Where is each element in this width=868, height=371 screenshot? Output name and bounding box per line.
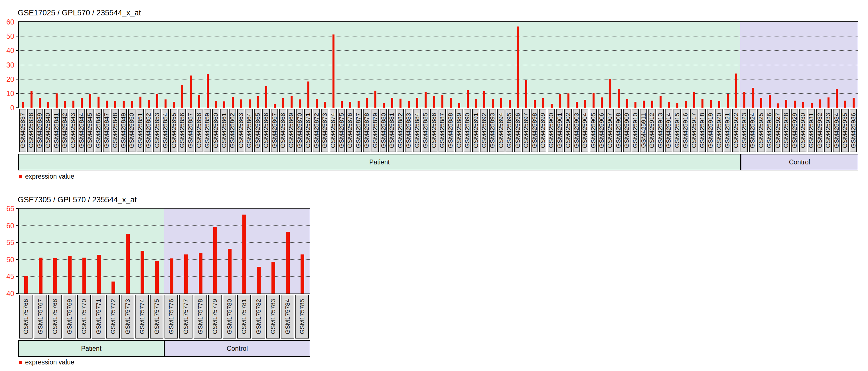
sample-label-text: GSM425861 bbox=[220, 113, 228, 148]
sample-label: GSM425904 bbox=[581, 109, 588, 152]
expression-bar bbox=[844, 101, 846, 108]
expression-bar bbox=[240, 99, 242, 108]
expression-bar bbox=[72, 101, 74, 108]
expression-bar bbox=[391, 98, 393, 108]
sample-label: GSM425921 bbox=[724, 109, 731, 152]
expression-bar bbox=[112, 281, 115, 294]
sample-label-text: GSM425878 bbox=[363, 113, 370, 148]
sample-label-text: GSM175783 bbox=[270, 299, 277, 334]
sample-label-text: GSM175779 bbox=[211, 299, 219, 334]
sample-label: GSM425890 bbox=[464, 109, 471, 152]
sample-label: GSM425849 bbox=[120, 109, 127, 152]
sample-label: GSM425924 bbox=[749, 109, 756, 152]
expression-bar bbox=[651, 101, 653, 108]
y-axis-tick-mark bbox=[16, 93, 18, 94]
sample-label-text: GSM175781 bbox=[240, 299, 248, 334]
sample-label-text: GSM425909 bbox=[623, 113, 630, 148]
sample-label: GSM425867 bbox=[271, 109, 278, 152]
expression-bar bbox=[567, 94, 569, 108]
y-axis-tick-label: 50 bbox=[0, 256, 14, 264]
group-band-label: Control bbox=[789, 159, 810, 166]
sample-label-text: GSM425924 bbox=[749, 113, 756, 148]
expression-bar bbox=[299, 99, 301, 108]
expression-bar bbox=[358, 101, 360, 108]
sample-label-text: GSM425870 bbox=[296, 113, 303, 148]
sample-label-text: GSM425927 bbox=[774, 113, 782, 148]
sample-label: GSM175781 bbox=[237, 295, 251, 339]
expression-bar bbox=[408, 101, 410, 108]
expression-bar bbox=[416, 98, 418, 108]
sample-label: GSM425932 bbox=[816, 109, 823, 152]
sample-label-text: GSM425858 bbox=[195, 113, 203, 148]
sample-label: GSM175778 bbox=[194, 295, 207, 339]
expression-bar bbox=[828, 97, 830, 108]
sample-label: GSM425879 bbox=[372, 109, 379, 152]
geo-expression-profiles: GSE17025 / GPL570 / 235544_x_at expressi… bbox=[0, 0, 868, 371]
y-axis-tick-mark bbox=[16, 22, 18, 22]
sample-label: GSM175782 bbox=[252, 295, 265, 339]
sample-label-text: GSM425933 bbox=[825, 113, 832, 148]
sample-label-text: GSM175769 bbox=[66, 299, 73, 334]
expression-bar bbox=[374, 91, 376, 108]
expression-bar bbox=[126, 234, 130, 294]
sample-label-text: GSM425896 bbox=[514, 113, 522, 148]
gridline bbox=[19, 276, 310, 277]
sample-label-text: GSM425919 bbox=[707, 113, 714, 148]
y-axis-tick-mark bbox=[16, 225, 18, 226]
expression-bar bbox=[228, 249, 231, 294]
sample-label-text: GSM425893 bbox=[489, 113, 496, 148]
sample-label: GSM425896 bbox=[514, 109, 521, 152]
sample-label-text: GSM425839 bbox=[36, 113, 43, 148]
sample-label: GSM425914 bbox=[665, 109, 672, 152]
expression-bar bbox=[559, 94, 561, 108]
sample-label-text: GSM425851 bbox=[136, 113, 144, 148]
sample-label: GSM175779 bbox=[208, 295, 222, 339]
expression-bar bbox=[164, 99, 166, 108]
expression-bar bbox=[131, 101, 133, 108]
expression-bar bbox=[626, 99, 628, 108]
sample-label: GSM425917 bbox=[690, 109, 698, 152]
sample-label-text: GSM425840 bbox=[44, 113, 52, 148]
sample-label-text: GSM425837 bbox=[19, 113, 27, 148]
sample-label-text: GSM425890 bbox=[464, 113, 471, 148]
sample-label: GSM425837 bbox=[19, 109, 26, 152]
sample-label-text: GSM425914 bbox=[665, 113, 672, 148]
sample-label: GSM425874 bbox=[330, 109, 337, 152]
expression-bar bbox=[81, 98, 83, 108]
sample-label: GSM425918 bbox=[699, 109, 706, 152]
sample-label-text: GSM425888 bbox=[447, 113, 454, 148]
group-band: Patient bbox=[18, 340, 164, 357]
expression-bar bbox=[777, 103, 779, 108]
sample-label: GSM425933 bbox=[825, 109, 832, 152]
expression-bar bbox=[97, 255, 101, 294]
sample-label-text: GSM425895 bbox=[505, 113, 513, 148]
expression-bar bbox=[458, 103, 460, 108]
sample-label: GSM425901 bbox=[556, 109, 563, 152]
sample-label-text: GSM425849 bbox=[120, 113, 127, 148]
group-band-label: Patient bbox=[81, 345, 101, 352]
sample-label-text: GSM425903 bbox=[572, 113, 580, 148]
sample-label: GSM175773 bbox=[121, 295, 134, 339]
sample-label-text: GSM425922 bbox=[732, 113, 739, 148]
sample-label: GSM175766 bbox=[19, 295, 32, 339]
expression-bar bbox=[811, 103, 813, 108]
sample-label-text: GSM425899 bbox=[539, 113, 547, 148]
sample-label: GSM425868 bbox=[279, 109, 286, 152]
sample-label-text: GSM425907 bbox=[606, 113, 614, 148]
expression-bar bbox=[290, 96, 292, 108]
sample-label-text: GSM425844 bbox=[78, 113, 85, 148]
expression-bar bbox=[668, 102, 670, 108]
expression-bar bbox=[542, 98, 544, 108]
expression-bar bbox=[53, 258, 57, 294]
expression-bar bbox=[89, 94, 91, 108]
sample-label: GSM425847 bbox=[103, 109, 110, 152]
expression-bar bbox=[97, 97, 99, 108]
sample-label: GSM425884 bbox=[413, 109, 421, 152]
sample-label: GSM425894 bbox=[497, 109, 504, 152]
sample-label: GSM425909 bbox=[623, 109, 630, 152]
sample-label: GSM425864 bbox=[246, 109, 253, 152]
expression-bar bbox=[324, 102, 326, 108]
sample-label-text: GSM425881 bbox=[388, 113, 396, 148]
sample-label: GSM425911 bbox=[640, 109, 647, 152]
sample-label-text: GSM425912 bbox=[648, 113, 656, 148]
